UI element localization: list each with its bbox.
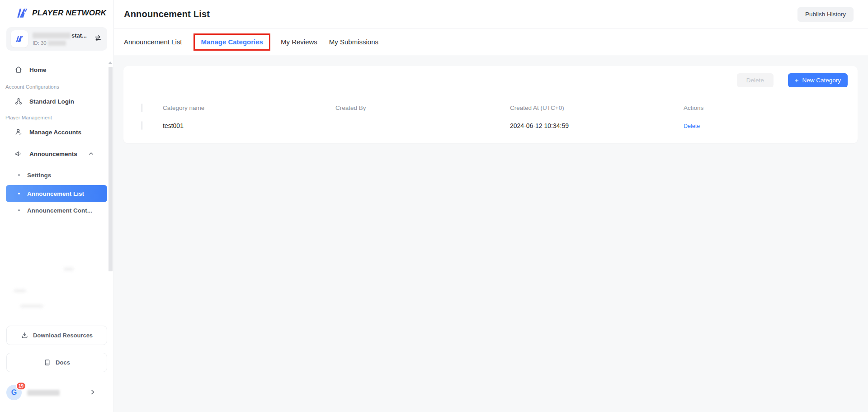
topbar: Announcement List Publish History Announ…	[114, 0, 868, 55]
user-name-redacted	[27, 390, 60, 396]
sidebar-item-announcement-list-active[interactable]: Announcement List	[6, 185, 107, 202]
new-category-button[interactable]: + New Category	[788, 73, 848, 87]
table-header-row: Category name Created By Created At (UTC…	[123, 100, 858, 116]
player-network-logo-icon	[16, 7, 28, 19]
section-player-management: Player Management	[0, 115, 113, 120]
bullet-icon	[18, 209, 20, 211]
brand-title: PLAYER NETWORK	[32, 9, 106, 18]
sidebar-item-announcements[interactable]: Announcements	[0, 147, 113, 161]
switch-account-icon[interactable]	[94, 34, 102, 44]
download-icon	[21, 331, 28, 339]
sidebar-item-label: Announcements	[29, 151, 77, 157]
avatar-wrap: G 19	[6, 385, 22, 400]
brand-logo: PLAYER NETWORK	[0, 0, 113, 19]
publish-history-button[interactable]: Publish History	[797, 7, 854, 22]
column-header-actions: Actions	[684, 104, 858, 111]
row-delete-link[interactable]: Delete	[684, 123, 700, 129]
main-area: Announcement List Publish History Announ…	[114, 0, 868, 412]
card-toolbar: Delete + New Category	[123, 66, 858, 87]
annotation-box: Manage Categories	[193, 33, 270, 51]
sidebar-scrollbar-thumb[interactable]	[108, 67, 113, 271]
docs-label: Docs	[56, 359, 70, 366]
sidebar-item-home[interactable]: Home	[0, 62, 113, 77]
share-nodes-icon	[14, 97, 23, 105]
row-checkbox[interactable]	[142, 121, 142, 130]
account-switcher[interactable]: stat... ID: 30	[6, 27, 107, 51]
column-header-created-by: Created By	[335, 104, 510, 111]
select-all-checkbox[interactable]	[142, 104, 142, 112]
cell-created-at: 2024-06-12 10:34:59	[510, 122, 684, 129]
tab-my-reviews[interactable]: My Reviews	[281, 38, 317, 46]
bullet-icon	[18, 174, 20, 176]
account-name-redacted	[33, 33, 71, 38]
sidebar-item-standard-login[interactable]: Standard Login	[0, 94, 113, 109]
categories-card: Delete + New Category Category name Crea…	[123, 66, 858, 143]
docs-button[interactable]: Docs	[6, 353, 107, 372]
sidebar-item-label: Announcement List	[27, 190, 84, 197]
account-logo-tile	[11, 30, 28, 47]
chevron-right-icon	[90, 388, 95, 397]
scrollbar-up-arrow[interactable]	[108, 62, 112, 64]
redacted-smudge	[14, 289, 26, 292]
notification-badge: 19	[16, 382, 26, 390]
column-header-category-name: Category name	[163, 104, 335, 111]
tab-bar: Announcement List Manage Categories My R…	[114, 29, 868, 55]
cell-category-name: test001	[163, 122, 335, 129]
tab-announcement-list[interactable]: Announcement List	[124, 38, 182, 46]
sidebar-item-announcement-content[interactable]: Announcement Cont...	[0, 203, 113, 218]
delete-button[interactable]: Delete	[737, 73, 774, 87]
download-resources-button[interactable]: Download Resources	[6, 326, 107, 345]
sidebar-item-label: Home	[29, 66, 47, 73]
user-profile-row[interactable]: G 19	[6, 384, 107, 402]
redacted-smudge	[20, 305, 43, 308]
book-icon	[43, 359, 51, 366]
sidebar-item-settings[interactable]: Settings	[0, 168, 113, 182]
app-window: PLAYER NETWORK stat... ID: 30	[0, 0, 868, 412]
redacted-smudge	[64, 268, 74, 270]
sidebar-item-label: Settings	[27, 172, 51, 179]
sidebar-item-manage-accounts[interactable]: Manage Accounts	[0, 125, 113, 139]
page-title: Announcement List	[124, 9, 210, 19]
plus-icon: +	[795, 77, 799, 84]
sidebar-nav: Home Account Configurations Standard Log…	[0, 62, 113, 218]
home-icon	[14, 66, 23, 74]
tab-my-submissions[interactable]: My Submissions	[329, 38, 378, 46]
chevron-up-icon	[89, 150, 94, 158]
sidebar-item-label: Standard Login	[29, 98, 74, 105]
tab-manage-categories[interactable]: Manage Categories	[201, 38, 263, 46]
account-id-label: ID: 30	[33, 40, 47, 46]
bullet-icon	[18, 193, 20, 194]
download-resources-label: Download Resources	[33, 332, 93, 339]
user-icon	[14, 128, 23, 136]
sidebar-item-label: Announcement Cont...	[27, 207, 92, 214]
account-id-redacted	[48, 41, 66, 46]
new-category-label: New Category	[802, 77, 841, 84]
account-logo-icon	[15, 34, 24, 43]
account-meta: stat... ID: 30	[33, 32, 94, 46]
section-account-configurations: Account Configurations	[0, 84, 113, 90]
sidebar-item-label: Manage Accounts	[29, 129, 81, 136]
speaker-icon	[14, 150, 23, 158]
table-row: test001 2024-06-12 10:34:59 Delete	[123, 116, 858, 135]
sidebar: PLAYER NETWORK stat... ID: 30	[0, 0, 114, 412]
column-header-created-at: Created At (UTC+0)	[510, 104, 684, 111]
account-name-suffix: stat...	[71, 32, 87, 39]
